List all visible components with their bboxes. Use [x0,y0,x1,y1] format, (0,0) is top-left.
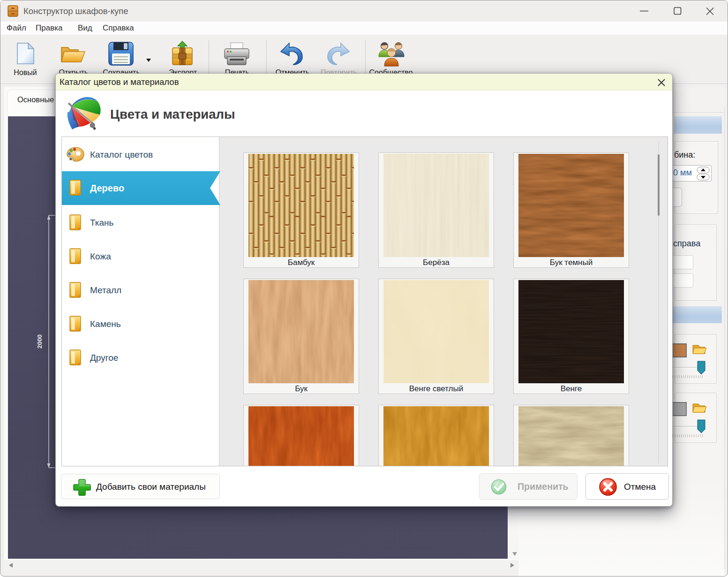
svg-text:2000: 2000 [36,334,43,349]
